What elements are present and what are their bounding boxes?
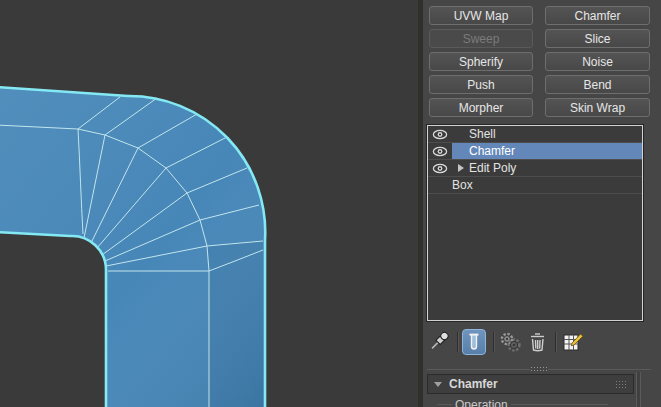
toolbar-separator <box>457 332 458 352</box>
modifier-button-uvw-map[interactable]: UVW Map <box>429 6 533 25</box>
modifier-button-sweep[interactable]: Sweep <box>429 29 533 48</box>
modifier-button-noise[interactable]: Noise <box>545 52 650 71</box>
make-unique-icon[interactable] <box>498 330 522 354</box>
3dsmax-window: UVW Map Chamfer Sweep Slice Spherify Noi… <box>0 0 661 407</box>
modifier-stack-list[interactable]: Shell Chamfer Edit Poly Box <box>427 125 643 321</box>
collapse-arrow-icon <box>434 382 442 387</box>
command-panel: UVW Map Chamfer Sweep Slice Spherify Noi… <box>423 0 661 407</box>
panel-scrollbar[interactable] <box>636 372 641 407</box>
groupbox-line <box>437 404 452 405</box>
modifier-name: Chamfer <box>469 144 515 158</box>
stack-row-shell[interactable]: Shell <box>428 126 642 143</box>
stack-row-chamfer[interactable]: Chamfer <box>428 143 642 160</box>
rollout-header-chamfer[interactable]: Chamfer <box>427 374 634 394</box>
stack-toolbar <box>423 328 661 356</box>
show-end-result-icon[interactable] <box>462 329 486 355</box>
modifier-button-chamfer[interactable]: Chamfer <box>545 6 650 25</box>
toolbar-separator <box>493 332 494 352</box>
modifier-button-push[interactable]: Push <box>429 75 533 94</box>
rollout-drag-grip-icon[interactable] <box>615 380 628 389</box>
modifier-name: Shell <box>469 127 496 141</box>
remove-modifier-icon[interactable] <box>528 331 547 353</box>
operation-group-label: Operation <box>455 398 508 407</box>
modifier-button-morpher[interactable]: Morpher <box>429 98 533 117</box>
stack-row-edit-poly[interactable]: Edit Poly <box>428 160 642 177</box>
eye-cell-empty <box>428 177 452 193</box>
rollout-splitter[interactable] <box>427 369 651 370</box>
modifier-button-grid: UVW Map Chamfer Sweep Slice Spherify Noi… <box>429 6 650 117</box>
rollout-title: Chamfer <box>449 377 498 391</box>
visibility-eye-icon[interactable] <box>428 160 452 176</box>
visibility-eye-icon[interactable] <box>428 126 452 142</box>
modifier-button-spherify[interactable]: Spherify <box>429 52 533 71</box>
modifier-button-slice[interactable]: Slice <box>545 29 650 48</box>
viewport-3d[interactable] <box>0 0 418 407</box>
pin-stack-icon[interactable] <box>430 331 451 354</box>
configure-modifier-sets-icon[interactable] <box>561 331 584 354</box>
visibility-eye-icon[interactable] <box>428 143 452 159</box>
expand-arrow-icon[interactable] <box>452 164 469 172</box>
base-object-name: Box <box>452 178 473 192</box>
modifier-button-bend[interactable]: Bend <box>545 75 650 94</box>
stack-row-box[interactable]: Box <box>428 177 642 194</box>
toolbar-separator <box>555 332 556 352</box>
splitter-grip-icon[interactable] <box>530 366 548 373</box>
modifier-button-skin-wrap[interactable]: Skin Wrap <box>545 98 650 117</box>
groupbox-line <box>511 404 608 405</box>
modifier-name: Edit Poly <box>469 161 516 175</box>
